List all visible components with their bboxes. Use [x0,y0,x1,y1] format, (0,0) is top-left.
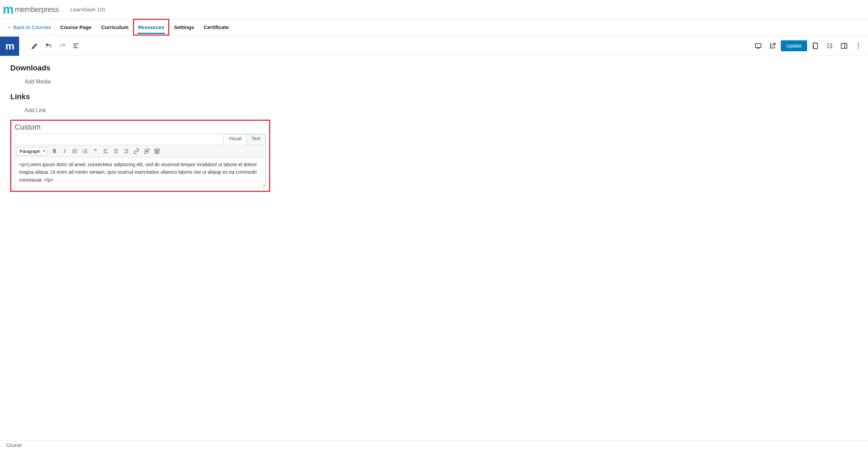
add-media-button[interactable]: Add Media [10,77,51,92]
svg-rect-12 [841,43,847,48]
add-link-button[interactable]: Add Link [10,106,46,121]
editor-text-tab[interactable]: Text [246,134,265,145]
back-to-courses-link[interactable]: ← Back to Courses [3,19,55,35]
svg-point-17 [73,149,74,150]
block-editor-toolbar: m Update [0,36,868,56]
course-title: LearnDash 101 [64,6,106,12]
custom-heading: Custom [15,123,266,132]
tab-certificate[interactable]: Certificate [199,19,234,35]
svg-rect-39 [155,149,159,150]
resources-content: Downloads Add Media Links Add Link Custo… [0,56,280,219]
external-preview-icon[interactable] [766,40,779,52]
bold-button[interactable]: B [50,147,59,156]
svg-rect-3 [755,43,761,47]
custom-section-highlight: Custom Visual Text Paragraph B I 123 [10,120,270,192]
italic-button[interactable]: I [60,147,69,156]
tab-resources[interactable]: Resources [133,19,169,35]
memberpress-logo-mark: m [3,3,13,16]
editor-visual-tab[interactable]: Visual [223,134,247,145]
editor-tools-left [19,40,82,52]
tabs-group: Course Page Curriculum Resources Setting… [55,19,234,35]
update-button[interactable]: Update [781,40,807,51]
brand-name: memberpress [15,5,59,14]
brand-logo: m memberpress [3,3,64,16]
svg-point-16 [858,47,859,48]
align-left-icon[interactable] [101,147,110,156]
remove-link-icon[interactable] [142,147,152,156]
back-label: Back to Courses [13,24,51,30]
editor-tools-right: Update [752,40,865,52]
editor-mode-tabs: Visual Text [15,134,265,145]
document-outline-icon[interactable] [70,40,82,52]
numbered-list-icon[interactable]: 123 [80,147,90,156]
blockquote-icon[interactable]: “ [91,147,100,156]
memberpress-square-logo[interactable]: m [0,37,19,56]
tab-settings[interactable]: Settings [169,19,199,35]
tab-course-page[interactable]: Course Page [55,19,96,35]
svg-point-19 [73,151,74,151]
paragraph-format-select[interactable]: Paragraph [17,147,47,155]
course-nav: ← Back to Courses Course Page Curriculum… [0,19,868,36]
svg-point-14 [858,43,859,44]
downloads-heading: Downloads [10,64,270,72]
tab-curriculum[interactable]: Curriculum [96,19,133,35]
editor-content-area[interactable]: <p>Lorem ipsum dolor sit amet, consectet… [15,157,265,187]
top-header: m memberpress LearnDash 101 [0,0,868,19]
tablet-view-icon[interactable] [809,40,821,52]
svg-point-15 [858,45,859,46]
desktop-view-icon[interactable] [752,40,764,52]
custom-rich-editor: Visual Text Paragraph B I 123 “ [15,134,266,187]
svg-point-21 [73,153,74,153]
edit-tool-pencil-icon[interactable] [29,40,41,52]
more-options-icon[interactable] [852,40,865,52]
sidebar-toggle-icon[interactable] [838,40,850,52]
bullet-list-icon[interactable] [70,147,80,156]
align-center-icon[interactable] [111,147,121,156]
links-heading: Links [10,92,270,101]
redo-icon[interactable] [56,40,68,52]
block-navigation-icon[interactable] [824,40,836,52]
undo-icon[interactable] [42,40,55,52]
svg-text:3: 3 [83,151,84,154]
insert-link-icon[interactable] [132,147,141,156]
arrow-left-icon: ← [7,24,12,30]
toolbar-toggle-icon[interactable] [152,147,162,156]
editor-format-toolbar: Paragraph B I 123 “ [15,145,265,157]
align-right-icon[interactable] [121,147,131,156]
